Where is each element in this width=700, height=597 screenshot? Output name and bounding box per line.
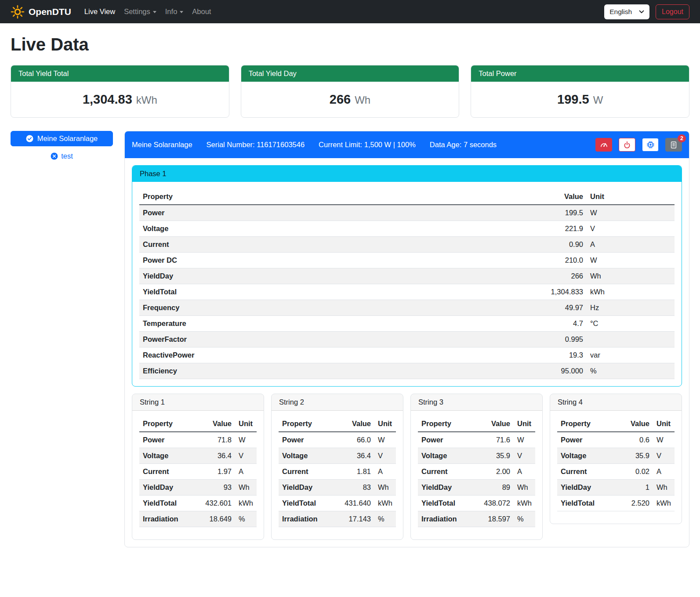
value-cell: 1.81 bbox=[337, 464, 374, 480]
check-circle-icon bbox=[26, 135, 33, 142]
property-cell: Power bbox=[139, 205, 530, 221]
device-info-button[interactable] bbox=[642, 138, 659, 152]
total-yield-day-card: Total Yield Day 266Wh bbox=[241, 65, 460, 118]
value-cell: 1 bbox=[615, 480, 653, 496]
table-row: Frequency49.97Hz bbox=[139, 300, 675, 316]
table-row: YieldDay83Wh bbox=[279, 480, 396, 496]
sun-logo-icon bbox=[11, 5, 25, 19]
value-cell: 0.02 bbox=[615, 464, 653, 480]
table-row: YieldTotal438.072kWh bbox=[418, 496, 535, 511]
property-cell: Power bbox=[557, 432, 615, 448]
card-body: 266Wh bbox=[241, 82, 459, 117]
column-value: Value bbox=[530, 189, 587, 205]
value-cell: 49.97 bbox=[530, 300, 587, 316]
value-cell: 36.4 bbox=[337, 448, 374, 464]
unit-cell: % bbox=[235, 511, 257, 527]
property-cell: Irradiation bbox=[279, 511, 337, 527]
unit-cell bbox=[587, 332, 675, 347]
navbar-right: English Logout bbox=[604, 4, 689, 19]
table-row: YieldTotal431.640kWh bbox=[279, 496, 396, 511]
property-cell: YieldTotal bbox=[139, 284, 530, 300]
property-cell: Current bbox=[557, 464, 615, 480]
inverter-button-test[interactable]: test bbox=[11, 151, 113, 162]
unit-cell: kWh bbox=[514, 496, 535, 511]
limit-settings-button[interactable] bbox=[595, 138, 612, 152]
string-table: Property Value Unit Power71.6WVoltage35.… bbox=[418, 416, 535, 527]
unit-cell: % bbox=[514, 511, 535, 527]
nav-settings[interactable]: Settings bbox=[120, 4, 161, 19]
table-row: YieldDay1Wh bbox=[557, 480, 675, 496]
nav-info[interactable]: Info bbox=[161, 4, 188, 19]
table-row: Power199.5W bbox=[139, 205, 675, 221]
unit-cell: W bbox=[653, 432, 675, 448]
value-cell: 2.520 bbox=[615, 496, 653, 511]
inverter-button-meine-solaranlage[interactable]: Meine Solaranlage bbox=[11, 131, 113, 146]
column-value: Value bbox=[197, 416, 235, 432]
table-row: Power66.0W bbox=[279, 432, 396, 448]
table-body: Power71.8WVoltage36.4VCurrent1.97AYieldD… bbox=[139, 432, 257, 527]
value-cell: 438.072 bbox=[476, 496, 514, 511]
table-row: Voltage35.9V bbox=[557, 448, 675, 464]
inverter-data-age: Data Age: 7 seconds bbox=[430, 141, 497, 149]
value-cell: 71.8 bbox=[197, 432, 235, 448]
unit-cell: A bbox=[235, 464, 257, 480]
value-cell: 66.0 bbox=[337, 432, 374, 448]
inverter-button-label: test bbox=[61, 152, 73, 160]
logout-button[interactable]: Logout bbox=[656, 4, 689, 19]
chevron-down-icon bbox=[639, 10, 644, 14]
value-cell: 36.4 bbox=[197, 448, 235, 464]
table-row: Irradiation17.143% bbox=[279, 511, 396, 527]
phase-body: Property Value Unit Power199.5WVoltage22… bbox=[132, 182, 682, 386]
string-2-card: String 2 Property Value Unit bbox=[271, 394, 403, 540]
string-3-card: String 3 Property Value Unit bbox=[410, 394, 543, 540]
table-row: Power0.6W bbox=[557, 432, 675, 448]
value-cell: 83 bbox=[337, 480, 374, 496]
speedometer-icon bbox=[600, 141, 608, 149]
column-property: Property bbox=[557, 416, 615, 432]
phase-title: Phase 1 bbox=[132, 166, 682, 182]
power-control-button[interactable] bbox=[619, 138, 635, 152]
main-content: Live Data Total Yield Total 1,304.83kWh … bbox=[0, 23, 700, 558]
unit-cell: kWh bbox=[653, 496, 675, 511]
table-body: Power199.5WVoltage221.9VCurrent0.90APowe… bbox=[139, 205, 675, 379]
unit-cell: Wh bbox=[514, 480, 535, 496]
unit-cell: W bbox=[587, 253, 675, 268]
journal-icon bbox=[670, 141, 678, 149]
property-cell: YieldTotal bbox=[279, 496, 337, 511]
property-cell: Power bbox=[139, 432, 197, 448]
table-row: Power DC210.0W bbox=[139, 253, 675, 268]
unit-cell: A bbox=[374, 464, 396, 480]
column-unit: Unit bbox=[514, 416, 535, 432]
property-cell: YieldTotal bbox=[418, 496, 476, 511]
nav-info-label: Info bbox=[165, 7, 178, 16]
nav-live-view[interactable]: Live View bbox=[80, 4, 120, 19]
property-cell: Irradiation bbox=[139, 511, 197, 527]
table-row: Power71.6W bbox=[418, 432, 535, 448]
value-cell: 1,304.833 bbox=[530, 284, 587, 300]
table-row: YieldTotal432.601kWh bbox=[139, 496, 257, 511]
property-cell: Power bbox=[418, 432, 476, 448]
unit-cell: °C bbox=[587, 316, 675, 332]
unit-cell: Wh bbox=[374, 480, 396, 496]
unit-cell: V bbox=[235, 448, 257, 464]
property-cell: Power bbox=[279, 432, 337, 448]
string-title: String 3 bbox=[411, 394, 542, 411]
unit-cell: Wh bbox=[587, 268, 675, 284]
language-select[interactable]: English bbox=[604, 4, 649, 19]
inverter-button-label: Meine Solaranlage bbox=[37, 134, 98, 143]
property-cell: Current bbox=[418, 464, 476, 480]
table-row: Voltage221.9V bbox=[139, 221, 675, 237]
property-cell: ReactivePower bbox=[139, 347, 530, 363]
event-log-button[interactable]: 2 bbox=[665, 138, 682, 152]
nav-about[interactable]: About bbox=[188, 4, 215, 19]
column-unit: Unit bbox=[587, 189, 675, 205]
value-cell: 199.5 bbox=[530, 205, 587, 221]
value-cell: 35.9 bbox=[615, 448, 653, 464]
brand[interactable]: OpenDTU bbox=[11, 5, 71, 19]
card-body: 1,304.83kWh bbox=[11, 82, 229, 117]
inverter-name: Meine Solaranlage bbox=[132, 141, 192, 149]
value-cell: 93 bbox=[197, 480, 235, 496]
cpu-icon bbox=[646, 141, 655, 149]
property-cell: YieldDay bbox=[557, 480, 615, 496]
column-property: Property bbox=[418, 416, 476, 432]
